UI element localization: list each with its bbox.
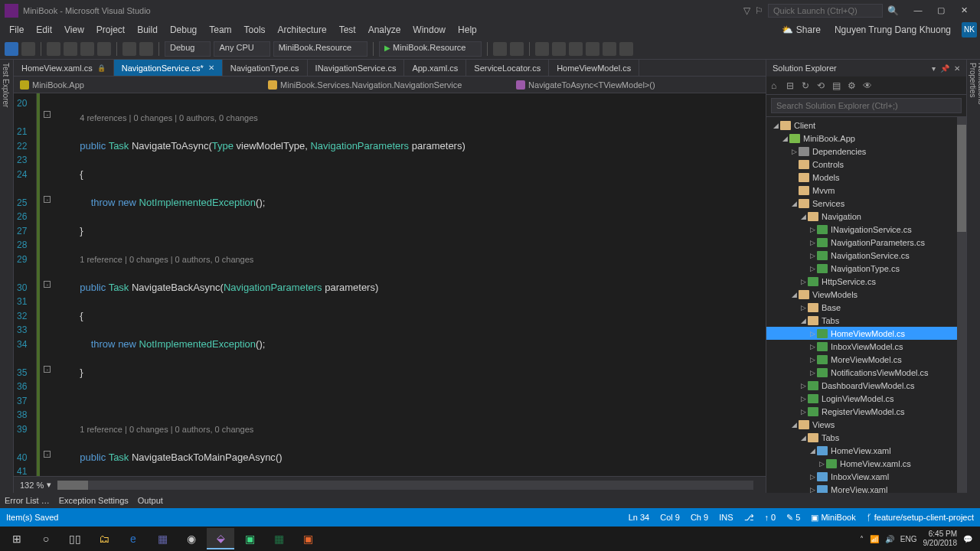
toolbar-layout-2[interactable] [552, 42, 566, 56]
status-errors[interactable]: ↑ 0 [765, 513, 776, 522]
collapse-icon[interactable]: ⊟ [786, 80, 797, 91]
menu-architecture[interactable]: Architecture [272, 23, 333, 37]
fold-toggle[interactable]: - [44, 281, 51, 288]
user-name[interactable]: Nguyen Trung Dang Khuong [828, 24, 957, 35]
menu-debug[interactable]: Debug [164, 23, 203, 37]
right-tool-tab-properties[interactable]: Properties [969, 63, 977, 481]
code-editor[interactable]: 20 21222324 2526272829 3031323334 353637… [14, 93, 766, 476]
status-pending-changes[interactable]: ✎ 5 [786, 513, 800, 523]
minimize-button[interactable]: — [906, 3, 929, 18]
tray-notifications-icon[interactable]: 💬 [963, 535, 972, 543]
notif-icon[interactable]: ⚐ [755, 5, 763, 16]
pane-pin-icon[interactable]: 📌 [940, 64, 949, 73]
save-button[interactable] [80, 42, 94, 56]
tray-chevron-icon[interactable]: ˄ [860, 535, 864, 543]
tree-item-homeviewmodel[interactable]: ▷HomeViewModel.cs [766, 327, 966, 340]
forward-button[interactable] [21, 42, 35, 56]
nav-member[interactable]: NavigateToAsync<TViewModel>() [510, 79, 766, 91]
status-branch[interactable]: ᚶ feature/setup-client-project [867, 513, 974, 522]
tab-output[interactable]: Output [138, 496, 163, 505]
fold-toggle[interactable]: - [44, 451, 51, 458]
visualstudio-icon[interactable]: ⬙ [207, 528, 234, 549]
left-tool-tab-test-explorer[interactable]: Test Explorer [0, 60, 14, 493]
tab-app-xaml-cs[interactable]: App.xaml.cs [404, 60, 466, 76]
file-explorer-icon[interactable]: 🗂 [90, 528, 118, 549]
save-all-button[interactable] [97, 42, 111, 56]
tab-homeview-xaml-cs[interactable]: HomeView.xaml.cs🔒 [14, 60, 114, 76]
teams-icon[interactable]: ▦ [149, 528, 176, 549]
close-button[interactable]: ✕ [952, 3, 975, 18]
source-control-icon[interactable]: ⎇ [744, 513, 754, 523]
tab-servicelocator-cs[interactable]: ServiceLocator.cs [466, 60, 549, 76]
menu-help[interactable]: Help [452, 23, 483, 37]
redo-button[interactable] [139, 42, 153, 56]
horizontal-scrollbar[interactable] [57, 481, 753, 490]
tray-language[interactable]: ENG [900, 535, 917, 543]
maximize-button[interactable]: ▢ [929, 3, 952, 18]
fold-toggle[interactable]: - [44, 366, 51, 373]
sync-icon[interactable]: ⟲ [817, 80, 828, 91]
preview-icon[interactable]: 👁 [863, 80, 874, 91]
pane-close-icon[interactable]: ✕ [954, 64, 960, 73]
solution-tree[interactable]: ◢Client ◢MiniBook.App ▷Dependencies Cont… [766, 117, 966, 493]
platform-selector[interactable]: Any CPU [214, 41, 270, 57]
code-content[interactable]: 4 references | 0 changes | 0 authors, 0 … [53, 93, 766, 476]
quick-launch-input[interactable] [768, 4, 883, 18]
tab-inavigationservice-cs[interactable]: INavigationService.cs [308, 60, 405, 76]
nav-scope[interactable]: MiniBook.App [14, 79, 262, 91]
camtasia-icon[interactable]: ▣ [294, 528, 322, 549]
toolbar-layout-1[interactable] [535, 42, 549, 56]
refresh-icon[interactable]: ↻ [802, 80, 812, 91]
edge-icon[interactable]: e [119, 528, 147, 549]
search-icon[interactable]: 🔍 [887, 5, 899, 16]
solution-search-input[interactable] [771, 98, 962, 113]
status-repo[interactable]: ▣ MiniBook [811, 513, 855, 523]
close-tab-icon[interactable]: ✕ [208, 64, 214, 72]
system-clock[interactable]: 6:45 PM9/20/2018 [923, 530, 958, 548]
showall-icon[interactable]: ▤ [832, 80, 843, 91]
fold-toggle[interactable]: - [44, 111, 51, 118]
fold-margin[interactable]: - - - - - [42, 93, 53, 476]
tray-volume-icon[interactable]: 🔊 [885, 535, 894, 543]
menu-view[interactable]: View [58, 23, 90, 37]
tree-scrollbar[interactable] [957, 117, 966, 493]
menu-analyze[interactable]: Analyze [362, 23, 407, 37]
undo-button[interactable] [122, 42, 136, 56]
properties-icon[interactable]: ⚙ [848, 80, 858, 91]
back-button[interactable] [5, 42, 18, 56]
startup-project-selector[interactable]: MiniBook.Resource [273, 41, 368, 57]
tab-navigationtype-cs[interactable]: NavigationType.cs [223, 60, 308, 76]
toolbar-layout-5[interactable] [603, 42, 616, 56]
tab-homeviewmodel-cs[interactable]: HomeViewModel.cs [549, 60, 639, 76]
chrome-icon[interactable]: ◉ [178, 528, 205, 549]
menu-file[interactable]: File [3, 23, 30, 37]
share-button[interactable]: ⛅Share [774, 24, 828, 35]
taskview-button[interactable]: ▯▯ [61, 528, 89, 549]
open-button[interactable] [64, 42, 77, 56]
tab-exception-settings[interactable]: Exception Settings [59, 496, 129, 505]
menu-build[interactable]: Build [131, 23, 164, 37]
toolbar-misc-1[interactable] [493, 42, 507, 56]
menu-tools[interactable]: Tools [238, 23, 272, 37]
home-icon[interactable]: ⌂ [771, 80, 782, 91]
tray-network-icon[interactable]: 📶 [870, 535, 879, 543]
tab-error-list[interactable]: Error List … [5, 496, 50, 505]
menu-edit[interactable]: Edit [30, 23, 58, 37]
menu-project[interactable]: Project [90, 23, 131, 37]
toolbar-layout-4[interactable] [586, 42, 599, 56]
fold-toggle[interactable]: - [44, 196, 51, 203]
pane-dropdown-icon[interactable]: ▾ [932, 64, 936, 73]
toolbar-misc-2[interactable] [510, 42, 524, 56]
config-selector[interactable]: Debug [165, 41, 211, 57]
android-studio-icon[interactable]: ▣ [236, 528, 263, 549]
menu-window[interactable]: Window [407, 23, 452, 37]
run-button[interactable]: ▶MiniBook.Resource [379, 41, 482, 57]
menu-team[interactable]: Team [203, 23, 237, 37]
menu-test[interactable]: Test [333, 23, 362, 37]
toolbar-layout-6[interactable] [619, 42, 633, 56]
nav-class[interactable]: MiniBook.Services.Navigation.NavigationS… [262, 79, 510, 91]
start-button[interactable]: ⊞ [3, 528, 31, 549]
toolbar-layout-3[interactable] [569, 42, 583, 56]
user-avatar[interactable]: NK [962, 22, 977, 37]
new-project-button[interactable] [47, 42, 60, 56]
